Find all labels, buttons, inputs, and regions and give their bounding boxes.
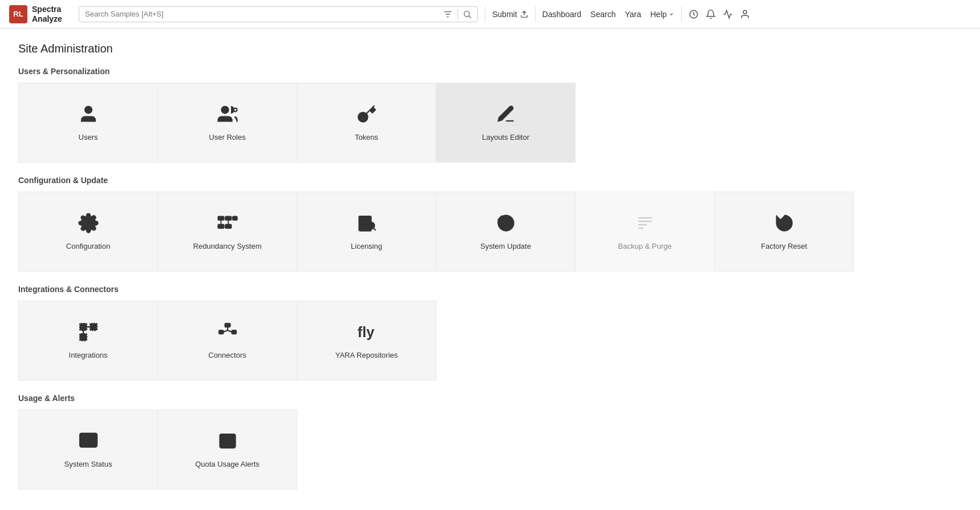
divider bbox=[457, 9, 458, 19]
card-label-factory-reset: Factory Reset bbox=[761, 242, 807, 250]
bell-icon[interactable] bbox=[706, 9, 716, 19]
connectors-icon bbox=[217, 322, 238, 345]
svg-point-7 bbox=[743, 10, 747, 14]
card-label-integrations: Integrations bbox=[69, 351, 108, 359]
search-input[interactable] bbox=[85, 10, 439, 18]
nav-search[interactable]: Search bbox=[590, 10, 615, 19]
page-title: Site Administration bbox=[18, 42, 962, 55]
svg-rect-43 bbox=[220, 434, 235, 448]
card-quota-usage-alerts[interactable]: Quota Usage Alerts bbox=[157, 410, 297, 489]
factory-reset-icon bbox=[774, 213, 795, 236]
nav-yara[interactable]: Yara bbox=[625, 10, 641, 19]
licensing-icon bbox=[357, 213, 377, 236]
svg-rect-36 bbox=[219, 330, 224, 334]
cards-grid-integrations-connectors: Integrations ConnectorsflyYARA Repositor… bbox=[18, 301, 962, 380]
card-label-yara-repositories: YARA Repositories bbox=[335, 351, 398, 359]
logo[interactable]: RL Spectra Analyze bbox=[9, 5, 72, 24]
sections-container: Users & PersonalizationUsersUser RolesTo… bbox=[18, 67, 962, 489]
card-label-layouts-editor: Layouts Editor bbox=[482, 133, 529, 141]
card-label-connectors: Connectors bbox=[208, 351, 246, 359]
svg-line-39 bbox=[223, 330, 228, 332]
svg-line-4 bbox=[469, 16, 471, 18]
card-factory-reset[interactable]: Factory Reset bbox=[714, 192, 854, 272]
integrations-icon bbox=[78, 322, 99, 345]
upload-icon bbox=[520, 10, 528, 18]
system-status-icon bbox=[78, 431, 99, 454]
svg-rect-13 bbox=[225, 216, 231, 220]
card-yara-repositories[interactable]: flyYARA Repositories bbox=[297, 301, 436, 381]
svg-point-8 bbox=[85, 107, 92, 114]
backup-icon bbox=[635, 213, 655, 236]
svg-point-10 bbox=[233, 108, 237, 112]
card-users[interactable]: Users bbox=[18, 83, 158, 163]
card-label-configuration: Configuration bbox=[66, 242, 110, 250]
user-roles-icon bbox=[217, 104, 238, 127]
section-integrations-connectors: Integrations & Connectors Integrations C… bbox=[18, 285, 962, 380]
svg-rect-37 bbox=[232, 330, 236, 334]
svg-point-9 bbox=[221, 107, 228, 114]
header-divider-1 bbox=[485, 6, 485, 22]
header-divider-3 bbox=[681, 6, 682, 22]
nav-help[interactable]: Help bbox=[650, 10, 674, 19]
gear-icon bbox=[78, 213, 99, 236]
submit-button[interactable]: Submit bbox=[492, 10, 528, 19]
card-user-roles[interactable]: User Roles bbox=[157, 83, 297, 163]
card-redundancy-system[interactable]: Redundancy System bbox=[157, 192, 297, 272]
card-label-quota-usage-alerts: Quota Usage Alerts bbox=[195, 460, 260, 468]
logo-text: Spectra Analyze bbox=[32, 5, 62, 24]
card-label-tokens: Tokens bbox=[355, 133, 378, 141]
section-title-integrations-connectors: Integrations & Connectors bbox=[18, 285, 962, 294]
search-icon[interactable] bbox=[463, 10, 472, 19]
filter-icon[interactable] bbox=[443, 9, 453, 19]
svg-rect-35 bbox=[225, 323, 230, 327]
main-content: Site Administration Users & Personalizat… bbox=[0, 29, 980, 510]
section-users-personalization: Users & PersonalizationUsersUser RolesTo… bbox=[18, 67, 962, 162]
svg-rect-14 bbox=[233, 216, 237, 220]
cards-grid-configuration-update: Configuration Redundancy SystemLicensing… bbox=[18, 192, 962, 271]
card-integrations[interactable]: Integrations bbox=[18, 301, 158, 381]
nav-dashboard[interactable]: Dashboard bbox=[542, 10, 582, 19]
card-system-status[interactable]: System Status bbox=[18, 410, 158, 489]
edit-icon bbox=[496, 104, 516, 127]
svg-text:fly: fly bbox=[357, 324, 374, 340]
key-icon bbox=[357, 104, 377, 127]
card-system-update[interactable]: System Update bbox=[436, 192, 576, 272]
header-icons bbox=[689, 9, 750, 19]
header: RL Spectra Analyze Submit Dashboard bbox=[0, 0, 980, 29]
card-label-backup-purge: Backup & Purge bbox=[618, 242, 672, 250]
search-bar bbox=[79, 6, 478, 22]
svg-rect-31 bbox=[80, 334, 87, 341]
chevron-down-icon bbox=[669, 11, 674, 17]
section-title-usage-alerts: Usage & Alerts bbox=[18, 394, 962, 403]
svg-line-40 bbox=[228, 330, 232, 332]
monitor-icon[interactable] bbox=[723, 9, 733, 19]
header-nav: Dashboard Search Yara Help bbox=[542, 10, 674, 19]
card-layouts-editor[interactable]: Layouts Editor bbox=[436, 83, 576, 163]
logo-icon: RL bbox=[9, 5, 27, 23]
svg-line-23 bbox=[374, 228, 376, 230]
svg-rect-15 bbox=[218, 225, 224, 228]
system-update-icon bbox=[496, 213, 516, 236]
quota-icon bbox=[217, 431, 238, 454]
svg-rect-12 bbox=[218, 216, 224, 220]
section-configuration-update: Configuration & UpdateConfiguration Redu… bbox=[18, 176, 962, 271]
card-label-licensing: Licensing bbox=[351, 242, 382, 250]
card-label-system-update: System Update bbox=[480, 242, 531, 250]
header-divider-2 bbox=[535, 6, 536, 22]
card-tokens[interactable]: Tokens bbox=[297, 83, 436, 163]
section-title-configuration-update: Configuration & Update bbox=[18, 176, 962, 185]
card-backup-purge[interactable]: Backup & Purge bbox=[575, 192, 715, 272]
section-usage-alerts: Usage & AlertsSystem StatusQuota Usage A… bbox=[18, 394, 962, 489]
svg-rect-30 bbox=[90, 323, 97, 330]
card-licensing[interactable]: Licensing bbox=[297, 192, 436, 272]
redundancy-icon bbox=[217, 213, 238, 236]
user-icon bbox=[78, 104, 99, 127]
card-label-system-status: System Status bbox=[64, 460, 112, 468]
user-icon[interactable] bbox=[740, 9, 750, 19]
card-connectors[interactable]: Connectors bbox=[157, 301, 297, 381]
card-label-user-roles: User Roles bbox=[209, 133, 245, 141]
clock-icon[interactable] bbox=[689, 9, 699, 19]
card-label-redundancy-system: Redundancy System bbox=[193, 242, 262, 250]
svg-point-22 bbox=[367, 222, 374, 229]
card-configuration[interactable]: Configuration bbox=[18, 192, 158, 272]
